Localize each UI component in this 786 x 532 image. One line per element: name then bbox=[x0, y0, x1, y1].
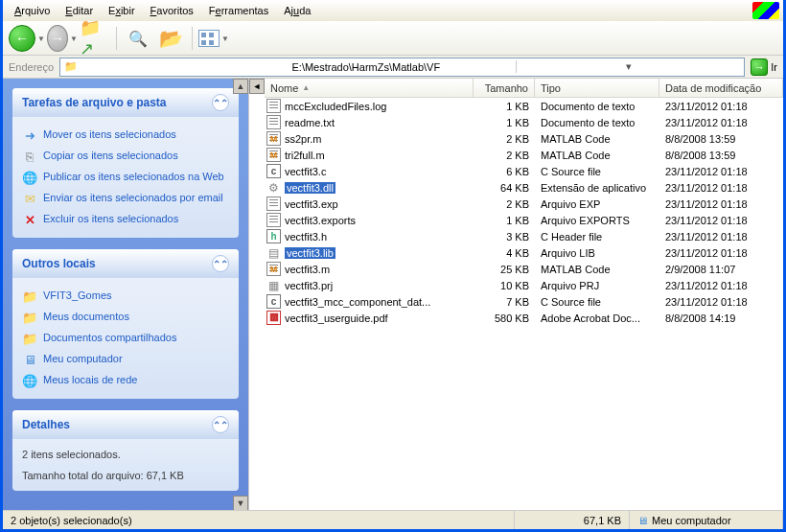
toolbar-separator bbox=[116, 27, 117, 50]
computer-icon: 🖥 bbox=[637, 515, 648, 526]
file-row[interactable]: mccExcludedFiles.log 1 KB Documento de t… bbox=[265, 98, 783, 114]
windows-logo-icon bbox=[752, 2, 779, 19]
file-list: mccExcludedFiles.log 1 KB Documento de t… bbox=[265, 98, 783, 326]
file-row[interactable]: ▦vectfit3.prj 10 KB Arquivo PRJ 23/11/20… bbox=[265, 277, 783, 293]
up-button[interactable]: 📁↗ bbox=[80, 24, 110, 53]
content-area: ▲ Tarefas de arquivo e pasta ⌃⌃ ➜Mover o… bbox=[3, 79, 783, 511]
dll-file-icon: ⚙ bbox=[266, 180, 281, 195]
collapse-icon[interactable]: ⌃⌃ bbox=[212, 94, 229, 111]
c-file-icon: c bbox=[266, 294, 281, 309]
file-row[interactable]: cvectfit3_mcc_component_dat... 7 KB C So… bbox=[265, 293, 783, 310]
column-type[interactable]: Tipo bbox=[535, 79, 659, 97]
matlab-file-icon bbox=[266, 131, 281, 146]
text-file-icon bbox=[266, 115, 281, 129]
file-row[interactable]: ▤vectfit3.lib 4 KB Arquivo LIB 23/11/201… bbox=[265, 244, 783, 261]
place-item[interactable]: 🌐Meus locais de rede bbox=[22, 370, 229, 391]
address-bar: Endereço 📁 E:\Mestrado\HarmZs\Matlab\VF … bbox=[3, 56, 783, 79]
pdf-file-icon: 🅰 bbox=[266, 311, 281, 325]
address-input[interactable]: 📁 E:\Mestrado\HarmZs\Matlab\VF ▾ bbox=[59, 58, 745, 77]
prj-file-icon: ▦ bbox=[266, 278, 281, 292]
file-row[interactable]: ⚙vectfit3.dll 64 KB Extensão de aplicati… bbox=[265, 179, 783, 196]
task-item[interactable]: 🌐Publicar os itens selecionados na Web bbox=[22, 167, 229, 188]
views-button[interactable]: ▼ bbox=[198, 24, 229, 53]
panel-header-details[interactable]: Detalhes ⌃⌃ bbox=[12, 410, 239, 439]
task-item[interactable]: ✕Excluir os itens selecionados bbox=[22, 209, 229, 230]
file-row[interactable]: vectfit3.exports 1 KB Arquivo EXPORTS 23… bbox=[265, 212, 783, 228]
file-row[interactable]: 🅰vectfit3_userguide.pdf 580 KB Adobe Acr… bbox=[265, 310, 783, 326]
file-row[interactable]: readme.txt 1 KB Documento de texto 23/11… bbox=[265, 114, 783, 130]
address-path: E:\Mestrado\HarmZs\Matlab\VF bbox=[291, 61, 515, 73]
file-row[interactable]: hvectfit3.h 3 KB C Header file 23/11/201… bbox=[265, 228, 783, 244]
address-label: Endereço bbox=[9, 61, 54, 73]
task-item[interactable]: ⎘Copiar os itens selecionados bbox=[22, 146, 229, 167]
sidebar-scroll-up[interactable]: ▲ bbox=[233, 79, 248, 94]
address-dropdown-icon[interactable]: ▾ bbox=[516, 60, 740, 73]
panel-file-tasks: Tarefas de arquivo e pasta ⌃⌃ ➜Mover os … bbox=[12, 88, 239, 238]
sidebar-scroll-down[interactable]: ▼ bbox=[233, 496, 248, 511]
collapse-icon[interactable]: ⌃⌃ bbox=[212, 255, 229, 272]
menu-favoritos[interactable]: Favoritos bbox=[143, 3, 201, 18]
place-item[interactable]: 📁Documentos compartilhados bbox=[22, 328, 229, 349]
menu-ajuda[interactable]: Ajuda bbox=[276, 3, 318, 18]
header-scroll-left[interactable]: ◄ bbox=[249, 79, 265, 94]
status-location: 🖥 Meu computador bbox=[630, 511, 783, 529]
search-button[interactable]: 🔍 bbox=[123, 24, 153, 53]
place-item[interactable]: 📁VFIT3_Gomes bbox=[22, 286, 229, 307]
lib-file-icon: ▤ bbox=[266, 245, 281, 260]
text-file-icon bbox=[266, 197, 281, 211]
column-name[interactable]: Nome bbox=[265, 79, 474, 97]
file-row[interactable]: vectfit3.m 25 KB MATLAB Code 2/9/2008 11… bbox=[265, 261, 783, 277]
toolbar-separator bbox=[192, 27, 193, 50]
place-item[interactable]: 🖥Meu computador bbox=[22, 349, 229, 370]
panel-header-places[interactable]: Outros locais ⌃⌃ bbox=[12, 249, 239, 278]
status-bar: 2 objeto(s) selecionado(s) 67,1 KB 🖥 Meu… bbox=[3, 510, 783, 529]
go-button[interactable]: → Ir bbox=[751, 58, 777, 76]
place-item[interactable]: 📁Meus documentos bbox=[22, 307, 229, 328]
toolbar: ←▼ →▼ 📁↗ 🔍 📂 ▼ bbox=[3, 21, 783, 56]
file-pane: ◄ Nome Tamanho Tipo Data de modificação … bbox=[248, 79, 783, 511]
forward-button[interactable]: →▼ bbox=[47, 24, 78, 53]
text-file-icon bbox=[266, 213, 281, 227]
matlab-file-icon bbox=[266, 262, 281, 276]
back-button[interactable]: ←▼ bbox=[9, 24, 45, 53]
details-size: Tamanho total do arquivo: 67,1 KB bbox=[22, 468, 229, 483]
panel-details: Detalhes ⌃⌃ 2 itens selecionados. Tamanh… bbox=[12, 410, 239, 491]
panel-header-tasks[interactable]: Tarefas de arquivo e pasta ⌃⌃ bbox=[12, 88, 239, 117]
file-row[interactable]: ss2pr.m 2 KB MATLAB Code 8/8/2008 13:59 bbox=[265, 130, 783, 147]
go-arrow-icon: → bbox=[751, 58, 768, 76]
menu-ferramentas[interactable]: Ferramentas bbox=[201, 3, 276, 18]
matlab-file-icon bbox=[266, 148, 281, 162]
details-selection: 2 itens selecionados. bbox=[22, 447, 229, 462]
collapse-icon[interactable]: ⌃⌃ bbox=[212, 416, 229, 433]
task-item[interactable]: ✉Enviar os itens selecionados por email bbox=[22, 188, 229, 209]
file-row[interactable]: vectfit3.exp 2 KB Arquivo EXP 23/11/2012… bbox=[265, 196, 783, 212]
menu-arquivo[interactable]: Arquivo bbox=[7, 3, 58, 18]
menu-exibir[interactable]: Exibir bbox=[101, 3, 143, 18]
file-row[interactable]: cvectfit3.c 6 KB C Source file 23/11/201… bbox=[265, 163, 783, 179]
column-headers: Nome Tamanho Tipo Data de modificação bbox=[265, 79, 783, 98]
status-size: 67,1 KB bbox=[515, 511, 630, 529]
folders-button[interactable]: 📂 bbox=[155, 24, 186, 53]
header-file-icon: h bbox=[266, 229, 281, 243]
file-row[interactable]: tri2full.m 2 KB MATLAB Code 8/8/2008 13:… bbox=[265, 147, 783, 163]
status-selection: 2 objeto(s) selecionado(s) bbox=[3, 511, 515, 529]
panel-other-places: Outros locais ⌃⌃ 📁VFIT3_Gomes📁Meus docum… bbox=[12, 249, 239, 399]
text-file-icon bbox=[266, 99, 281, 113]
column-date[interactable]: Data de modificação bbox=[659, 79, 783, 97]
menubar: Arquivo Editar Exibir Favoritos Ferramen… bbox=[3, 0, 783, 21]
column-size[interactable]: Tamanho bbox=[474, 79, 535, 97]
sidebar: ▲ Tarefas de arquivo e pasta ⌃⌃ ➜Mover o… bbox=[3, 79, 248, 511]
menu-editar[interactable]: Editar bbox=[58, 3, 101, 18]
task-item[interactable]: ➜Mover os itens selecionados bbox=[22, 125, 229, 146]
c-file-icon: c bbox=[266, 164, 281, 178]
